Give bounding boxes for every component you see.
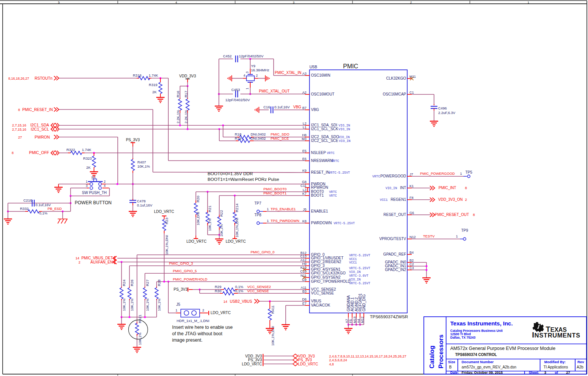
- svg-text:8,16,18,26,27: 8,16,18,26,27: [8, 77, 29, 80]
- svg-text:HDR_1x1_M_.1,DNI: HDR_1x1_M_.1,DNI: [177, 319, 209, 323]
- svg-text:PWRDOWN: PWRDOWN: [311, 221, 332, 225]
- svg-text:2: 2: [104, 180, 106, 183]
- svg-text:PS_3V3: PS_3V3: [174, 287, 188, 291]
- svg-text:C452: C452: [223, 54, 232, 58]
- svg-text:Modified By:: Modified By:: [544, 360, 566, 364]
- svg-text:K7: K7: [302, 192, 306, 196]
- svg-text:8: 8: [473, 213, 475, 217]
- svg-text:LDO_VRTC: LDO_VRTC: [226, 239, 246, 243]
- svg-text:PMIC_RESET_IN: PMIC_RESET_IN: [22, 108, 53, 112]
- svg-text:R26: R26: [130, 280, 134, 286]
- svg-text:10K,1%: 10K,1%: [145, 298, 149, 311]
- svg-text:PMIC_RESET_OUT: PMIC_RESET_OUT: [435, 213, 469, 217]
- svg-text:4: 4: [104, 184, 106, 188]
- svg-text:Sheet:: Sheet:: [529, 371, 539, 374]
- svg-text:2K: 2K: [152, 90, 157, 94]
- svg-text:1: 1: [528, 1, 530, 4]
- svg-text:PMIC_OFF: PMIC_OFF: [29, 150, 49, 155]
- svg-text:LDO_VRTC: LDO_VRTC: [186, 239, 206, 243]
- svg-text:C478: C478: [137, 199, 146, 203]
- svg-text:R28: R28: [157, 280, 161, 286]
- svg-text:Rev: Rev: [577, 360, 584, 364]
- svg-text:VRTC: VRTC: [373, 175, 380, 179]
- svg-text:VBG: VBG: [311, 108, 319, 112]
- svg-text:RESET_IN: RESET_IN: [311, 170, 329, 174]
- svg-text:2,7,15,16: 2,7,15,16: [12, 123, 26, 127]
- svg-text:10K,1%,DNI: 10K,1%,DNI: [235, 218, 239, 237]
- svg-text:GPIO_6/SYSEN2: GPIO_6/SYSEN2: [311, 275, 341, 279]
- svg-text:PB_ESD: PB_ESD: [48, 206, 62, 211]
- svg-text:R29: R29: [215, 285, 221, 289]
- svg-text:1: 1: [86, 180, 88, 183]
- svg-text:R17: R17: [184, 91, 188, 97]
- svg-text:R421: R421: [138, 314, 142, 323]
- svg-text:I2C1_SCL: I2C1_SCL: [31, 127, 49, 131]
- svg-text:F5: F5: [349, 319, 352, 323]
- svg-text:2K: 2K: [86, 165, 91, 170]
- svg-text:VRTC: VRTC: [329, 190, 337, 194]
- svg-text:H9: H9: [302, 262, 306, 266]
- svg-text:POWERGOOD: POWERGOOD: [380, 174, 406, 178]
- svg-text:2,4,6,7,8,9,10,11,12,13,14,15,: 2,4,6,7,8,9,10,11,12,13,14,15,16,17,18,2…: [329, 354, 406, 358]
- svg-text:R16: R16: [176, 91, 180, 97]
- svg-text:10K,1%: 10K,1%: [130, 298, 134, 311]
- svg-text:3: 3: [86, 184, 88, 188]
- svg-text:R323: R323: [83, 156, 92, 160]
- svg-text:INSTRUMENTS: INSTRUMENTS: [532, 330, 580, 339]
- svg-text:PMIC_XTAL_IN: PMIC_XTAL_IN: [275, 71, 301, 75]
- svg-text:G9: G9: [302, 278, 306, 282]
- svg-text:BOOT0=0=1.35V DDR: BOOT0=0=1.35V DDR: [208, 171, 253, 176]
- svg-text:I2C2_SCL_SCE: I2C2_SCL_SCE: [311, 139, 339, 143]
- svg-text:ENABLE1: ENABLE1: [311, 209, 328, 213]
- svg-text:8: 8: [465, 186, 467, 190]
- svg-text:1: 1: [460, 172, 462, 176]
- svg-text:C1: C1: [409, 91, 414, 94]
- svg-text:OSC16MOUT: OSC16MOUT: [311, 92, 334, 96]
- svg-text:PMIC_SDO: PMIC_SDO: [271, 132, 289, 136]
- svg-text:J5: J5: [176, 302, 180, 307]
- svg-text:of the JTAG without boot: of the JTAG without boot: [172, 331, 223, 336]
- svg-text:PS_3V3: PS_3V3: [298, 358, 312, 362]
- svg-text:VDD_3V3: VDD_3V3: [245, 354, 262, 358]
- svg-text:PMIC_SCE: PMIC_SCE: [271, 136, 289, 140]
- svg-text:R407: R407: [137, 160, 146, 164]
- svg-text:VRTC: VRTC: [329, 194, 337, 198]
- svg-text:AM572x General Purpose EVM Pro: AM572x General Purpose EVM Processor Mod…: [450, 346, 556, 351]
- svg-text:E5: E5: [302, 149, 306, 153]
- svg-text:PMIC_POWERGOOD: PMIC_POWERGOOD: [420, 172, 455, 176]
- svg-text:Catalog: Catalog: [428, 345, 435, 368]
- svg-text:A3: A3: [302, 72, 306, 76]
- svg-text:0,1%: 0,1%: [235, 285, 243, 289]
- svg-text:VIO_IN: VIO_IN: [339, 139, 351, 143]
- svg-text:3: 3: [293, 1, 295, 4]
- svg-text:E7: E7: [302, 302, 306, 305]
- svg-text:10K,1%: 10K,1%: [157, 298, 161, 311]
- svg-text:R322: R322: [66, 148, 75, 152]
- svg-text:DNI,0402: DNI,0402: [251, 132, 266, 136]
- svg-text:VDD_3V3: VDD_3V3: [179, 74, 196, 78]
- svg-text:R214: R214: [235, 203, 239, 212]
- svg-text:Dallas, TX 75243: Dallas, TX 75243: [450, 336, 476, 339]
- svg-text:TP5: TP5: [465, 170, 473, 174]
- svg-text:TPS6590374 CONTROL: TPS6590374 CONTROL: [455, 353, 497, 357]
- svg-text:NRESWARM: NRESWARM: [311, 159, 333, 163]
- svg-text:R332: R332: [20, 206, 29, 211]
- svg-text:B2: B2: [409, 259, 414, 262]
- svg-text:L2: L2: [303, 122, 306, 125]
- svg-text:1: 1: [267, 207, 269, 211]
- svg-text:VCC_SENSE: VCC_SENSE: [247, 289, 269, 293]
- svg-text:PMIC: PMIC: [343, 63, 358, 69]
- svg-text:10K,1%: 10K,1%: [138, 332, 142, 345]
- svg-text:U5B: U5B: [309, 65, 317, 69]
- svg-text:VIO_IN: VIO_IN: [339, 124, 350, 128]
- svg-text:RPWRON: RPWRON: [311, 185, 328, 190]
- svg-text:POWER BUTTON: POWER BUTTON: [75, 200, 112, 205]
- svg-text:Y9: Y9: [251, 64, 256, 68]
- svg-text:INT: INT: [400, 186, 406, 190]
- svg-text:VRTC-3.6VT: VRTC-3.6VT: [349, 274, 368, 278]
- svg-text:1: 1: [456, 234, 458, 238]
- svg-text:14: 14: [75, 256, 79, 260]
- svg-text:14: 14: [223, 300, 227, 304]
- svg-text:4: 4: [243, 74, 245, 77]
- svg-text:10K,1%: 10K,1%: [219, 224, 223, 237]
